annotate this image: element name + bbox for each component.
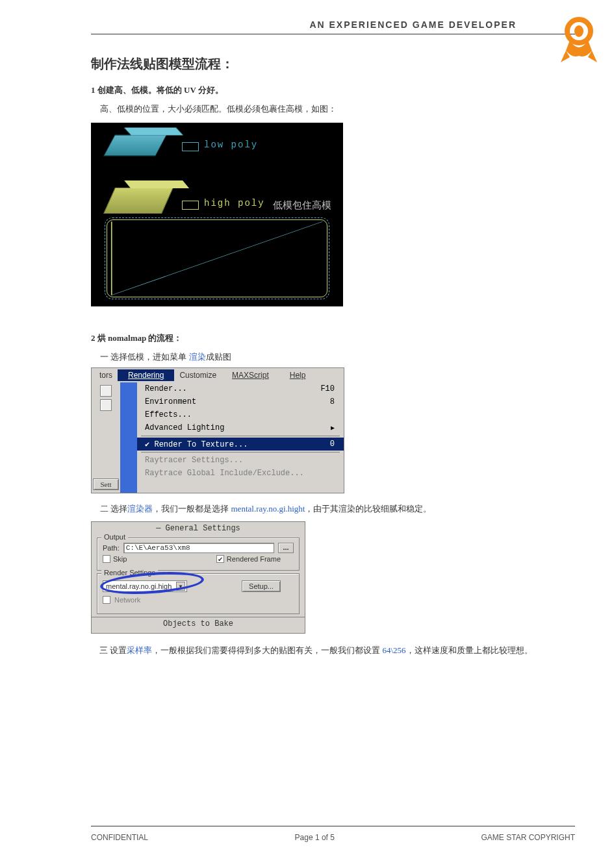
page-header: AN EXPERIENCED GAME DEVELOPER [91,19,575,34]
objects-to-bake-title: Objects to Bake [92,617,305,630]
low-poly-label: low poly [204,140,258,150]
menu-separator [141,452,340,453]
output-legend: Output [101,533,128,541]
header-title: AN EXPERIENCED GAME DEVELOPER [309,19,517,30]
path-label: Path: [103,544,120,552]
low-poly-cube-icon [103,134,167,156]
page-title: 制作法线贴图模型流程： [91,55,556,73]
menu-item-environment[interactable]: Environment8 [137,395,344,408]
submenu-arrow-icon: ▶ [331,424,335,432]
tool-button[interactable] [100,399,112,411]
settings-button[interactable]: Sett [93,478,118,490]
menu-separator [141,436,340,436]
render-link: 渲染 [189,352,206,362]
page-footer: CONFIDENTIAL Page 1 of 5 GAME STAR COPYR… [91,826,575,842]
mental-ray-link: mental.ray.no.gi.hight [231,504,305,514]
combo-dropdown-icon[interactable]: ▼ [176,582,185,591]
step-2-text: 二 选择渲染器，我们一般都是选择 mental.ray.no.gi.hight，… [100,501,556,517]
network-label: Network [114,596,140,604]
footer-confidential: CONFIDENTIAL [91,833,148,842]
tool-button[interactable] [100,385,112,397]
menu-side-strip [120,382,137,493]
figure-poly-comparison: low poly high poly 低模包住高模 [91,123,343,306]
document-body: 制作法线贴图模型流程： 1 创建高、低模。将低的 UV 分好。 高、低模的位置，… [91,55,556,659]
setup-button[interactable]: Setup... [242,580,281,592]
rendering-dropdown: Render...F10 Environment8 Effects... Adv… [137,382,344,493]
menu-item-effects[interactable]: Effects... [137,408,344,421]
browse-button[interactable]: ... [278,543,294,553]
figure-annotation: 低模包住高模 [273,199,331,212]
output-fieldset: Output Path: C:\E\Aera53\xm8 ... Skip ✔ … [97,538,300,571]
menubar-left-fragment: tors [94,369,118,381]
section-1-heading: 1 创建高、低模。将低的 UV 分好。 [91,84,556,96]
skip-label: Skip [113,555,127,563]
network-checkbox[interactable] [103,596,110,604]
renderer-link: 渲染器 [127,504,153,514]
high-poly-label: high poly [204,198,265,208]
skip-checkbox[interactable] [103,555,110,563]
menu-item-raytracer-settings: Raytracer Settings... [137,454,344,467]
sample-value: 64\256 [383,645,406,655]
toolbar-left: Sett [92,382,120,493]
svg-point-1 [574,25,583,37]
figure-general-settings: ― General Settings Output Path: C:\E\Aer… [91,521,305,634]
menubar-item-maxscript[interactable]: MAXScript [222,369,279,381]
menu-item-raytrace-global: Raytrace Global Include/Exclude... [137,467,344,480]
footer-copyright: GAME STAR COPYRIGHT [481,833,575,842]
wireframe-box-icon [107,219,327,297]
high-poly-swatch-icon [182,201,199,210]
menubar-item-customize[interactable]: Customize [174,369,222,381]
footer-page-number: Page 1 of 5 [295,833,335,842]
company-logo-icon [557,14,601,68]
rendered-frame-label: Rendered Frame [227,555,281,563]
render-settings-fieldset: Render Settings mental.ray.no.gi.high ▼ … [97,573,300,614]
menu-item-render[interactable]: Render...F10 [137,382,344,395]
renderer-combo[interactable]: mental.ray.no.gi.high ▼ [103,580,187,592]
render-settings-legend: Render Settings [101,569,158,577]
figure-rendering-menu: tors Rendering Customize MAXScript Help … [91,367,344,493]
path-input[interactable]: C:\E\Aera53\xm8 [123,543,274,553]
menu-item-render-to-texture[interactable]: ✔ Render To Texture...0 [137,438,344,451]
svg-line-2 [112,221,322,295]
menubar-item-rendering[interactable]: Rendering [118,369,174,381]
rendered-frame-checkbox[interactable]: ✔ [216,555,224,563]
low-poly-swatch-icon [182,142,199,151]
menubar: tors Rendering Customize MAXScript Help [92,368,344,382]
sample-rate-link: 采样率 [127,645,152,655]
step-1-text: 一 选择低模，进如菜单 渲染成贴图 [100,349,556,366]
step-3-text: 三 设置采样率，一般根据我们需要得得到多大的贴图有关，一般我们都设置 64\25… [91,643,556,659]
section-2-heading: 2 烘 nomalmap 的流程： [91,332,556,344]
section-1-body: 高、低模的位置，大小必须匹配。低模必须包裹住高模，如图： [100,101,556,118]
high-poly-cube-icon [103,188,173,214]
menubar-item-help[interactable]: Help [279,369,316,381]
menu-item-advanced-lighting[interactable]: Advanced Lighting▶ [137,421,344,434]
